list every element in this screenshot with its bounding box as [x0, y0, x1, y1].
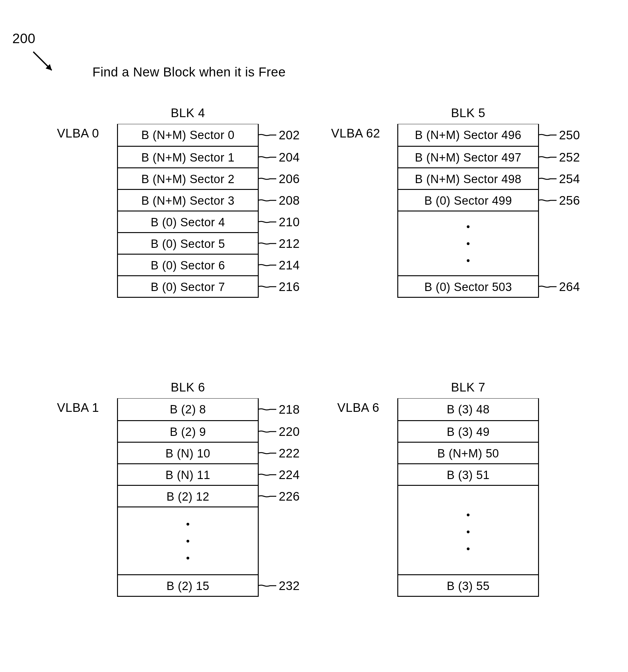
callout-number: 222 — [279, 442, 300, 464]
sector-table: B (2) 8 218 B (2) 9 220 B (N) 10 222 — [117, 398, 259, 597]
sector-row: B (3) 55 — [398, 574, 538, 596]
callout: 216 — [258, 281, 300, 293]
sector-row: B (0) Sector 6 214 — [118, 254, 258, 275]
vlba-label: VLBA 62 — [331, 126, 380, 140]
ellipsis-row — [398, 485, 538, 574]
sector-text: B (0) Sector 7 — [151, 281, 225, 293]
sector-row: B (3) 49 — [398, 420, 538, 442]
sector-text: B (N+M) Sector 1 — [141, 151, 235, 164]
callout: 226 — [258, 490, 300, 502]
sector-text: B (N+M) Sector 497 — [415, 151, 522, 164]
callout: 250 — [538, 129, 580, 141]
sector-row: B (N+M) 50 — [398, 442, 538, 463]
callout-number: 226 — [279, 485, 300, 507]
sector-row: B (N+M) Sector 496 250 — [398, 124, 538, 146]
callout: 202 — [258, 129, 300, 141]
sector-row: B (2) 9 220 — [118, 420, 258, 442]
callout-number: 254 — [559, 168, 580, 190]
callout-number: 210 — [279, 211, 300, 233]
figure-ref-number: 200 — [12, 31, 35, 46]
callout: 208 — [258, 194, 300, 207]
sector-text: B (3) 49 — [447, 425, 489, 438]
callout: 224 — [258, 469, 300, 481]
dot-icon — [467, 225, 470, 228]
blk-label: BLK 6 — [117, 380, 259, 394]
callout-number: 256 — [559, 190, 580, 211]
callout: 220 — [258, 425, 300, 438]
vlba-label: VLBA 0 — [57, 126, 99, 140]
callout-number: 218 — [279, 399, 300, 420]
sector-row: B (0) Sector 503 264 — [398, 275, 538, 297]
dot-icon — [467, 548, 470, 550]
vlba-label: VLBA 6 — [337, 401, 379, 415]
sector-text: B (N+M) 50 — [437, 447, 499, 460]
callout-number: 212 — [279, 233, 300, 254]
sector-text: B (0) Sector 5 — [151, 237, 225, 250]
sector-row: B (N+M) Sector 1 204 — [118, 146, 258, 167]
sector-text: B (2) 12 — [166, 490, 209, 503]
callout: 256 — [538, 194, 580, 207]
blk-label: BLK 4 — [117, 106, 259, 120]
sector-row: B (0) Sector 499 256 — [398, 189, 538, 211]
sector-row: B (2) 8 218 — [118, 399, 258, 420]
sector-row: B (3) 51 — [398, 463, 538, 485]
sector-text: B (3) 48 — [447, 403, 489, 416]
sector-text: B (0) Sector 499 — [424, 194, 512, 207]
sector-text: B (N+M) Sector 3 — [141, 194, 235, 207]
blk-label: BLK 7 — [397, 380, 539, 394]
callout: 264 — [538, 281, 580, 293]
vlba-label: VLBA 1 — [57, 401, 99, 415]
callout: 254 — [538, 173, 580, 185]
sector-text: B (2) 8 — [170, 403, 206, 416]
callout: 214 — [258, 259, 300, 271]
sector-row: B (N) 11 224 — [118, 463, 258, 485]
callout-number: 224 — [279, 464, 300, 485]
sector-text: B (0) Sector 503 — [424, 281, 512, 293]
callout-number: 264 — [559, 276, 580, 297]
sector-text: B (N+M) Sector 496 — [415, 128, 522, 142]
callout: 218 — [258, 403, 300, 415]
sector-text: B (2) 9 — [170, 425, 206, 438]
callout-number: 220 — [279, 421, 300, 442]
callout-number: 214 — [279, 254, 300, 276]
sector-text: B (N+M) Sector 2 — [141, 173, 235, 186]
dot-icon — [467, 242, 470, 245]
ellipsis-row — [118, 506, 258, 574]
sector-row: B (3) 48 — [398, 399, 538, 420]
diagram-title: Find a New Block when it is Free — [93, 65, 286, 79]
sector-row: B (2) 15 232 — [118, 574, 258, 596]
sector-row: B (N+M) Sector 497 252 — [398, 146, 538, 167]
callout: 210 — [258, 216, 300, 228]
sector-row: B (N+M) Sector 0 202 — [118, 124, 258, 146]
diagram-canvas: 200 Find a New Block when it is Free VLB… — [0, 0, 628, 672]
sector-text: B (N+M) Sector 0 — [141, 128, 235, 142]
dot-icon — [187, 557, 190, 559]
dot-icon — [467, 259, 470, 262]
callout-number: 202 — [279, 124, 300, 146]
ellipsis-row — [398, 211, 538, 275]
callout: 252 — [538, 151, 580, 163]
sector-row: B (N+M) Sector 3 208 — [118, 189, 258, 211]
sector-text: B (N) 11 — [166, 469, 210, 481]
callout-number: 208 — [279, 190, 300, 211]
callout-number: 232 — [279, 575, 300, 597]
sector-row: B (0) Sector 4 210 — [118, 211, 258, 232]
sector-text: B (3) 51 — [447, 469, 489, 481]
sector-text: B (N) 10 — [166, 447, 210, 460]
callout: 232 — [258, 579, 300, 592]
sector-text: B (2) 15 — [166, 579, 209, 593]
sector-text: B (N+M) Sector 498 — [415, 173, 522, 186]
sector-row: B (N+M) Sector 498 254 — [398, 167, 538, 189]
sector-text: B (0) Sector 4 — [151, 216, 225, 229]
callout: 204 — [258, 151, 300, 163]
dot-icon — [187, 523, 190, 526]
callout-number: 250 — [559, 124, 580, 146]
blk-label: BLK 5 — [397, 106, 539, 120]
dot-icon — [467, 513, 470, 516]
callout-number: 216 — [279, 276, 300, 297]
sector-row: B (2) 12 226 — [118, 485, 258, 506]
sector-row: B (N) 10 222 — [118, 442, 258, 463]
callout-number: 252 — [559, 146, 580, 168]
dot-icon — [187, 540, 190, 543]
callout: 206 — [258, 173, 300, 185]
